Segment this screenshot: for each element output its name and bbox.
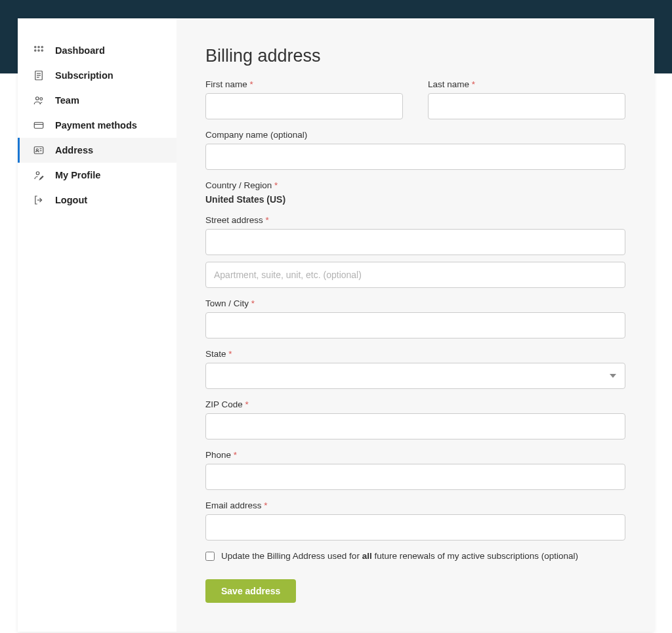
credit-card-icon — [33, 119, 45, 131]
city-input[interactable] — [205, 312, 625, 338]
save-address-button[interactable]: Save address — [205, 579, 296, 603]
svg-rect-14 — [34, 147, 43, 154]
email-group: Email address * — [205, 500, 625, 541]
update-subscriptions-label[interactable]: Update the Billing Address used for all … — [221, 551, 578, 561]
sidebar-item-label: Team — [55, 95, 79, 106]
svg-point-3 — [35, 50, 36, 51]
sidebar-item-label: Logout — [55, 195, 87, 205]
sidebar-item-my-profile[interactable]: My Profile — [18, 163, 177, 188]
zip-input[interactable] — [205, 413, 625, 439]
svg-rect-12 — [34, 123, 43, 129]
phone-group: Phone * — [205, 450, 625, 490]
user-edit-icon — [33, 169, 45, 181]
last-name-label: Last name * — [428, 79, 625, 89]
phone-input[interactable] — [205, 464, 625, 490]
account-sidebar: Dashboard Subscription Team Payment meth… — [18, 18, 177, 632]
svg-point-2 — [41, 47, 43, 48]
grid-icon — [33, 45, 45, 56]
sidebar-item-label: Address — [55, 145, 93, 155]
country-label: Country / Region * — [205, 180, 625, 190]
phone-label: Phone * — [205, 450, 625, 460]
first-name-group: First name * — [205, 79, 403, 119]
sidebar-item-subscription[interactable]: Subscription — [18, 63, 177, 88]
content-area: Billing address First name * Last name *… — [177, 18, 654, 632]
email-label: Email address * — [205, 500, 625, 510]
svg-point-11 — [40, 98, 43, 100]
zip-label: ZIP Code * — [205, 399, 625, 409]
email-input[interactable] — [205, 514, 625, 541]
svg-point-5 — [41, 50, 43, 51]
city-label: Town / City * — [205, 298, 625, 308]
svg-point-18 — [36, 172, 39, 175]
last-name-group: Last name * — [428, 79, 625, 119]
street-address-2-input[interactable] — [205, 262, 625, 288]
document-icon — [33, 70, 45, 81]
street-address-1-input[interactable] — [205, 229, 625, 255]
state-select[interactable] — [205, 363, 625, 389]
svg-point-4 — [38, 50, 39, 51]
company-input[interactable] — [205, 144, 625, 170]
first-name-input[interactable] — [205, 93, 403, 119]
page-title: Billing address — [205, 46, 625, 66]
street-group: Street address * — [205, 215, 625, 288]
account-panel: Dashboard Subscription Team Payment meth… — [18, 18, 654, 632]
last-name-input[interactable] — [428, 93, 625, 119]
company-group: Company name (optional) — [205, 130, 625, 170]
sidebar-item-dashboard[interactable]: Dashboard — [18, 38, 177, 63]
country-value: United States (US) — [205, 194, 625, 205]
sidebar-item-payment-methods[interactable]: Payment methods — [18, 113, 177, 138]
update-subscriptions-row: Update the Billing Address used for all … — [205, 551, 625, 561]
svg-point-0 — [35, 47, 36, 48]
svg-point-10 — [36, 97, 39, 100]
update-subscriptions-checkbox[interactable] — [205, 552, 215, 561]
zip-group: ZIP Code * — [205, 399, 625, 439]
team-icon — [33, 94, 45, 106]
sidebar-item-label: Payment methods — [55, 120, 137, 131]
state-label: State * — [205, 349, 625, 359]
street-label: Street address * — [205, 215, 625, 225]
country-group: Country / Region * United States (US) — [205, 180, 625, 205]
address-card-icon — [33, 144, 45, 156]
city-group: Town / City * — [205, 298, 625, 338]
company-label: Company name (optional) — [205, 130, 625, 140]
sidebar-item-address[interactable]: Address — [18, 138, 177, 163]
state-group: State * — [205, 349, 625, 389]
sidebar-item-label: Dashboard — [55, 45, 105, 56]
sidebar-item-label: My Profile — [55, 170, 100, 180]
sidebar-item-logout[interactable]: Logout — [18, 188, 177, 213]
svg-point-1 — [38, 47, 39, 48]
first-name-label: First name * — [205, 79, 403, 89]
svg-point-15 — [36, 149, 38, 151]
logout-icon — [33, 194, 45, 206]
sidebar-item-label: Subscription — [55, 70, 114, 81]
sidebar-item-team[interactable]: Team — [18, 88, 177, 113]
